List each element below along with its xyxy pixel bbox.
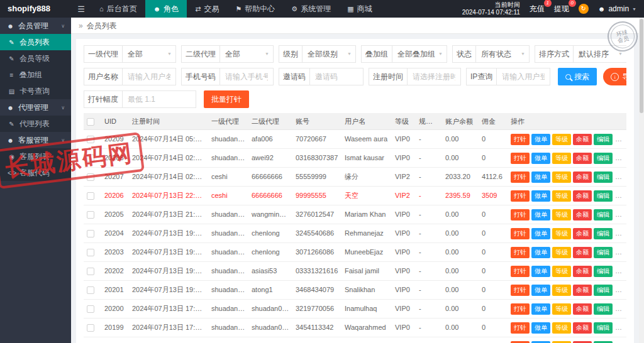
sidebar-group-member-mgmt[interactable]: ☻会员管理∨ [0,18,71,34]
inject-range-input[interactable] [122,90,196,108]
action-order-button[interactable]: 做单 [531,303,550,315]
stack-group-select[interactable]: 全部叠加组▼ [392,45,447,63]
sidebar-item-agent-list[interactable]: ✎代理列表 [0,116,71,132]
action-balance-button[interactable]: 余额 [573,266,592,277]
action-order-button[interactable]: 做单 [531,322,550,334]
action-level-button[interactable]: 等级 [552,285,571,296]
action-edit-button[interactable]: 编辑 [594,209,613,220]
sidebar-item-member-list[interactable]: ✎会员列表 [0,34,71,50]
row-checkbox[interactable] [87,155,94,162]
action-balance-button[interactable]: 余额 [573,247,592,258]
more-actions[interactable]: … [615,173,622,180]
action-level-button[interactable]: 等级 [552,303,571,315]
row-checkbox[interactable] [87,173,94,181]
action-edit-button[interactable]: 编辑 [594,228,613,239]
action-balance-button[interactable]: 余额 [573,228,592,239]
more-actions[interactable]: … [615,305,622,312]
action-order-button[interactable]: 做单 [531,247,550,258]
action-inject-button[interactable]: 打针 [511,209,530,220]
row-checkbox[interactable] [87,324,94,332]
select-all-checkbox[interactable] [87,118,94,126]
more-actions[interactable]: … [615,192,622,199]
more-actions[interactable]: … [615,248,622,256]
action-level-button[interactable]: 等级 [552,247,571,258]
action-order-button[interactable]: 做单 [531,172,550,183]
more-actions[interactable]: … [615,135,622,143]
action-level-button[interactable]: 等级 [552,134,571,145]
nav-item-home[interactable]: ⌂后台首页 [91,0,145,18]
row-checkbox[interactable] [87,192,94,200]
action-level-button[interactable]: 等级 [552,172,571,183]
export-button[interactable]: ↓ 导出 [603,68,626,85]
sidebar-item-service-list[interactable]: ◉客服列表 [0,148,71,165]
batch-inject-button[interactable]: 批量打针 [204,90,249,108]
action-balance-button[interactable]: 余额 [573,134,592,145]
agent1-select[interactable]: 全部▼ [122,45,176,63]
invite-code-input[interactable] [309,68,364,85]
action-inject-button[interactable]: 打针 [511,228,530,239]
action-inject-button[interactable]: 打针 [511,153,530,164]
action-balance-button[interactable]: 余额 [573,190,592,202]
recharge-link[interactable]: 充值 1 [530,4,545,14]
row-checkbox[interactable] [87,136,94,143]
ip-query-input[interactable] [496,68,550,85]
action-order-button[interactable]: 做单 [531,266,550,277]
register-time-input[interactable] [407,68,461,85]
action-edit-button[interactable]: 编辑 [594,247,613,258]
more-actions[interactable]: … [615,210,622,218]
action-level-button[interactable]: 等级 [552,190,571,202]
status-select[interactable]: 所有状态▼ [475,45,530,63]
action-edit-button[interactable]: 编辑 [594,153,613,164]
action-inject-button[interactable]: 打针 [511,266,530,277]
row-checkbox[interactable] [87,211,94,219]
action-level-button[interactable]: 等级 [552,153,571,164]
nav-item-trade[interactable]: ⇄交易 [187,0,227,18]
scrollbar-thumb[interactable] [640,19,643,113]
level-select[interactable]: 全部级别▼ [302,45,356,63]
action-level-button[interactable]: 等级 [552,228,571,239]
nav-item-system[interactable]: ⚙系统管理 [283,0,339,18]
sidebar-group-service-mgmt[interactable]: ☻客服管理∨ [0,132,71,148]
action-edit-button[interactable]: 编辑 [594,134,613,145]
action-order-button[interactable]: 做单 [531,285,550,296]
sidebar-item-card-query[interactable]: ▤卡号查询 [0,83,71,99]
action-level-button[interactable]: 等级 [552,266,571,277]
sidebar-item-member-level[interactable]: ✎会员等级 [0,50,71,67]
action-edit-button[interactable]: 编辑 [594,266,613,277]
action-balance-button[interactable]: 余额 [573,209,592,220]
action-edit-button[interactable]: 编辑 [594,303,613,315]
action-balance-button[interactable]: 余额 [573,322,592,334]
admin-menu[interactable]: ☻ admin ▼ [598,4,636,13]
scrollbar[interactable] [639,18,644,343]
sidebar-item-service-code[interactable]: </>客服代码 [0,165,71,181]
more-actions[interactable]: … [615,286,622,293]
more-actions[interactable]: … [615,154,622,161]
row-checkbox[interactable] [87,268,94,275]
row-checkbox[interactable] [87,230,94,237]
action-inject-button[interactable]: 打针 [511,134,530,145]
more-actions[interactable]: … [615,267,622,275]
row-checkbox[interactable] [87,249,94,256]
phone-input[interactable] [219,68,274,85]
action-balance-button[interactable]: 余额 [573,172,592,183]
action-edit-button[interactable]: 编辑 [594,172,613,183]
action-edit-button[interactable]: 编辑 [594,322,613,334]
action-order-button[interactable]: 做单 [531,153,550,164]
action-inject-button[interactable]: 打针 [511,285,530,296]
username-input[interactable] [122,68,176,85]
action-inject-button[interactable]: 打针 [511,247,530,258]
sort-select[interactable]: 默认排序▼ [573,45,626,63]
menu-toggle-icon[interactable]: ☰ [71,0,91,18]
action-inject-button[interactable]: 打针 [511,303,530,315]
more-actions[interactable]: … [615,229,622,237]
nav-item-role[interactable]: ☻角色 [145,0,187,18]
refresh-icon[interactable]: ↻ [579,4,589,14]
action-edit-button[interactable]: 编辑 [594,190,613,202]
search-button[interactable]: 搜索 [558,68,597,85]
action-inject-button[interactable]: 打针 [511,172,530,183]
action-edit-button[interactable]: 编辑 [594,285,613,296]
row-checkbox[interactable] [87,286,94,294]
action-inject-button[interactable]: 打针 [511,322,530,334]
action-level-button[interactable]: 等级 [552,209,571,220]
action-order-button[interactable]: 做单 [531,228,550,239]
